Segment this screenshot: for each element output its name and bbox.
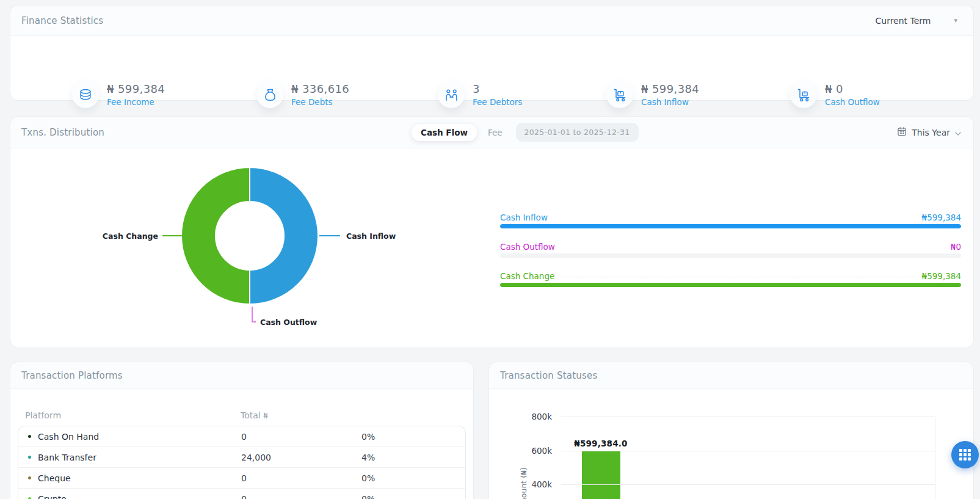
- platform-color-dot: [28, 476, 31, 479]
- platform-percent: 0%: [361, 432, 465, 442]
- cart-outflow-icon: [790, 81, 817, 108]
- table-row-cash-on-hand: Cash On Hand00%: [18, 426, 465, 447]
- y-tick-400k: 400k: [509, 479, 552, 489]
- gridline-400k: [561, 484, 935, 485]
- table-row-bank-transfer: Bank Transfer24,0004%: [18, 447, 465, 468]
- txns-distribution-card: Txns. Distribution Cash FlowFee2025-01-0…: [10, 116, 974, 348]
- transaction-platforms-card: Transaction Platforms Platform Total ₦ C…: [10, 362, 474, 499]
- period-selector-value: This Year: [912, 128, 950, 137]
- legend-progress-fill: [500, 224, 961, 228]
- column-header-total: Total ₦: [241, 410, 267, 420]
- stat-text: ₦ 0Cash Outflow: [825, 83, 880, 107]
- gridline-600k: [561, 451, 935, 451]
- period-selector[interactable]: This Year: [897, 126, 962, 138]
- legend-row-cash-change: Cash Change₦599,384: [500, 271, 961, 287]
- cashflow-legend: Cash Inflow₦599,384Cash Outflow₦0Cash Ch…: [500, 148, 961, 300]
- caret-down-icon: ▾: [954, 17, 957, 24]
- platform-name: Cheque: [38, 473, 71, 483]
- stat-text: ₦ 336,616Fee Debts: [291, 83, 349, 107]
- chart-right-axis-line: [935, 417, 935, 499]
- finance-statistics-header: Finance Statistics Current Term ▾: [10, 5, 973, 36]
- status-bar[interactable]: [582, 451, 620, 499]
- stats-row: ₦ 599,384Fee Income₦ 336,616Fee Debts3Fe…: [10, 36, 973, 100]
- platform-name: Cash On Hand: [38, 432, 99, 442]
- stat-item-fee-debts: ₦ 336,616Fee Debts: [256, 81, 349, 108]
- transaction-platforms-header: Transaction Platforms: [10, 362, 473, 389]
- legend-progress-track: [500, 253, 961, 258]
- legend-value: ₦0: [951, 242, 961, 252]
- donut-label-cash-outflow: Cash Outflow: [260, 318, 318, 327]
- gridline-800k: [561, 417, 935, 417]
- callout-line-cash-outflow: [252, 307, 256, 322]
- naira-symbol: ₦: [263, 412, 267, 420]
- transaction-statuses-header: Transaction Statuses: [489, 362, 973, 389]
- tab-fee[interactable]: Fee: [484, 124, 506, 141]
- legend-row-top: Cash Outflow₦0: [500, 242, 961, 251]
- legend-row-cash-outflow: Cash Outflow₦0: [500, 242, 961, 258]
- apps-grid-fab-button[interactable]: [951, 441, 979, 468]
- transaction-statuses-title: Transaction Statuses: [500, 370, 597, 381]
- term-selector[interactable]: Current Term ▾: [876, 16, 963, 26]
- table-row-crypto: Crypto00%: [18, 489, 465, 499]
- donut-label-cash-change: Cash Change: [103, 231, 158, 241]
- date-range-filter[interactable]: 2025-01-01 to 2025-12-31: [516, 123, 639, 142]
- transaction-platforms-title: Transaction Platforms: [21, 370, 123, 381]
- cashflow-donut-chart: Cash Inflow Cash Change Cash Outflow: [10, 148, 493, 348]
- column-header-platform: Platform: [25, 410, 61, 420]
- stat-label: Cash Outflow: [825, 97, 880, 107]
- stat-label: Fee Debts: [291, 97, 349, 107]
- donut-slice-cash-change[interactable]: [181, 167, 250, 304]
- money-bag-icon: [256, 81, 283, 108]
- debtors-icon: [438, 81, 465, 108]
- platform-color-dot: [28, 456, 31, 459]
- legend-row-top: Cash Change₦599,384: [500, 271, 961, 280]
- finance-statistics-card: Finance Statistics Current Term ▾ ₦ 599,…: [10, 5, 974, 101]
- stat-value: ₦ 599,384: [641, 83, 699, 95]
- platform-color-dot: [28, 435, 31, 438]
- stat-item-fee-income: ₦ 599,384Fee Income: [72, 81, 165, 108]
- stat-item-cash-outflow: ₦ 0Cash Outflow: [790, 81, 880, 108]
- y-tick-600k: 600k: [509, 446, 552, 456]
- platform-total: 0: [241, 473, 361, 483]
- stat-text: ₦ 599,384Cash Inflow: [641, 83, 699, 107]
- platform-total: 0: [241, 432, 361, 442]
- stat-label: Fee Debtors: [473, 97, 522, 107]
- finance-statistics-title: Finance Statistics: [21, 15, 103, 26]
- donut-slice-cash-inflow[interactable]: [250, 167, 318, 304]
- term-selector-value: Current Term: [876, 16, 931, 26]
- legend-progress-track: [500, 224, 961, 228]
- platform-name-cell: Bank Transfer: [18, 453, 241, 462]
- donut-label-cash-inflow: Cash Inflow: [346, 231, 396, 241]
- bar-data-label: ₦599,384.0: [558, 439, 644, 448]
- finance-dashboard: { "finance_statistics": { "title": "Fina…: [0, 0, 980, 499]
- stat-item-cash-inflow: ₦ 599,384Cash Inflow: [606, 81, 699, 108]
- txns-distribution-header: Txns. Distribution Cash FlowFee2025-01-0…: [10, 117, 973, 148]
- legend-row-top: Cash Inflow₦599,384: [500, 213, 961, 222]
- legend-label: Cash Outflow: [500, 242, 555, 252]
- calendar-icon: [897, 126, 907, 138]
- table-row-cheque: Cheque00%: [18, 468, 465, 489]
- legend-row-cash-inflow: Cash Inflow₦599,384: [500, 213, 961, 228]
- leader-line: [561, 277, 915, 277]
- stat-value: ₦ 336,616: [291, 83, 349, 95]
- cart-inflow-icon: [606, 81, 633, 108]
- tab-cash-flow[interactable]: Cash Flow: [412, 124, 477, 141]
- txns-distribution-title: Txns. Distribution: [21, 127, 104, 138]
- stat-value: ₦ 599,384: [107, 83, 165, 95]
- statuses-bar-chart: Amount (₦) ₦599,384.0 800k600k400k: [489, 390, 973, 499]
- stat-item-fee-debtors: 3Fee Debtors: [438, 81, 522, 108]
- legend-label: Cash Change: [500, 271, 554, 281]
- y-tick-800k: 800k: [509, 412, 552, 421]
- platform-total: 0: [241, 494, 361, 499]
- legend-label: Cash Inflow: [500, 213, 548, 222]
- platform-percent: 4%: [361, 453, 465, 462]
- platform-name: Crypto: [38, 494, 67, 499]
- platform-total: 24,000: [241, 453, 361, 462]
- legend-value: ₦599,384: [922, 271, 961, 281]
- platform-percent: 0%: [361, 494, 465, 499]
- legend-progress-track: [500, 283, 961, 287]
- coins-icon: [72, 81, 99, 108]
- platforms-table: Cash On Hand00%Bank Transfer24,0004%Cheq…: [18, 426, 466, 499]
- transaction-statuses-card: Transaction Statuses Amount (₦) ₦599,384…: [488, 362, 974, 499]
- legend-value: ₦599,384: [922, 213, 961, 222]
